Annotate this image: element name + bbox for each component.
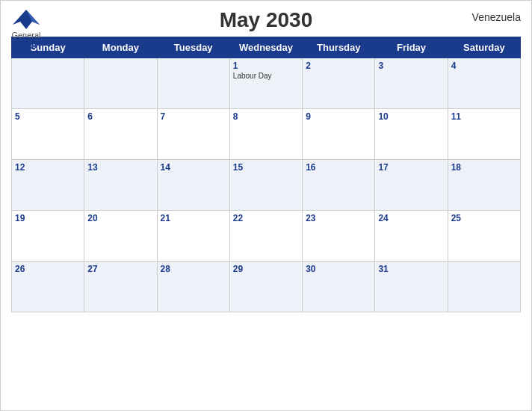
calendar-cell: [157, 58, 229, 109]
calendar-cell: 16: [303, 160, 375, 211]
day-number: 11: [451, 111, 517, 122]
calendar-cell: 30: [303, 262, 375, 312]
calendar-cell: 20: [84, 211, 157, 262]
day-number: 9: [306, 111, 371, 122]
day-number: 30: [306, 264, 371, 274]
day-number: 22: [233, 213, 299, 223]
calendar-cell: 13: [84, 160, 157, 211]
calendar-cell: 2: [303, 58, 375, 109]
week-row-3: 12131415161718: [12, 160, 521, 211]
calendar-title: May 2030: [11, 8, 521, 32]
calendar-cell: 6: [84, 109, 157, 160]
day-number: 24: [378, 213, 444, 223]
calendar-grid: Sunday Monday Tuesday Wednesday Thursday…: [11, 37, 521, 312]
day-number: 8: [233, 111, 299, 122]
day-number: 5: [15, 111, 81, 122]
day-number: 27: [87, 264, 153, 274]
day-number: 17: [378, 162, 444, 173]
calendar-cell: 28: [157, 262, 229, 312]
day-number: 13: [87, 162, 153, 173]
calendar-cell: 24: [375, 211, 448, 262]
calendar-cell: 8: [229, 109, 302, 160]
country-label: Venezuela: [472, 11, 521, 23]
calendar-cell: 7: [157, 109, 229, 160]
calendar-cell: 18: [448, 160, 520, 211]
week-row-4: 19202122232425: [12, 211, 521, 262]
day-number: 31: [378, 264, 444, 274]
calendar-cell: 5: [12, 109, 84, 160]
calendar-cell: 31: [375, 262, 448, 312]
day-number: 23: [306, 213, 371, 223]
col-wednesday: Wednesday: [229, 37, 302, 58]
calendar-cell: 9: [303, 109, 375, 160]
calendar-cell: [12, 58, 84, 109]
day-number: 19: [15, 213, 81, 223]
logo-blue: Blue: [16, 40, 37, 51]
calendar-cell: [448, 262, 520, 312]
calendar-cell: 25: [448, 211, 520, 262]
calendar-cell: 15: [229, 160, 302, 211]
col-saturday: Saturday: [448, 37, 520, 58]
calendar-container: General Blue May 2030 Venezuela Sunday M…: [0, 0, 532, 411]
calendar-cell: 4: [448, 58, 520, 109]
day-number: 28: [161, 264, 226, 274]
day-number: 26: [15, 264, 81, 274]
day-number: 15: [233, 162, 299, 173]
day-number: 29: [233, 264, 299, 274]
calendar-cell: [84, 58, 157, 109]
day-number: 25: [451, 213, 517, 223]
calendar-cell: 21: [157, 211, 229, 262]
calendar-cell: 3: [375, 58, 448, 109]
weekday-header-row: Sunday Monday Tuesday Wednesday Thursday…: [12, 37, 521, 58]
day-number: 1: [233, 61, 299, 71]
calendar-cell: 1Labour Day: [229, 58, 302, 109]
calendar-cell: 27: [84, 262, 157, 312]
calendar-cell: 10: [375, 109, 448, 160]
day-number: 6: [87, 111, 153, 122]
calendar-cell: 17: [375, 160, 448, 211]
week-row-1: 1Labour Day234: [12, 58, 521, 109]
day-number: 10: [378, 111, 444, 122]
week-row-5: 262728293031: [12, 262, 521, 312]
calendar-cell: 22: [229, 211, 302, 262]
calendar-cell: 19: [12, 211, 84, 262]
calendar-cell: 26: [12, 262, 84, 312]
calendar-header: General Blue May 2030 Venezuela: [11, 8, 521, 32]
col-tuesday: Tuesday: [157, 37, 229, 58]
logo-area: General Blue: [11, 8, 41, 51]
page-title: May 2030: [11, 8, 521, 32]
day-number: 21: [161, 213, 226, 223]
day-number: 12: [15, 162, 81, 173]
calendar-cell: 23: [303, 211, 375, 262]
svg-marker-0: [13, 10, 40, 29]
calendar-cell: 29: [229, 262, 302, 312]
week-row-2: 567891011: [12, 109, 521, 160]
day-number: 7: [161, 111, 226, 122]
calendar-cell: 12: [12, 160, 84, 211]
day-number: 4: [451, 61, 517, 71]
col-thursday: Thursday: [303, 37, 375, 58]
calendar-cell: 14: [157, 160, 229, 211]
calendar-cell: 11: [448, 109, 520, 160]
col-friday: Friday: [375, 37, 448, 58]
day-number: 18: [451, 162, 517, 173]
day-number: 2: [306, 61, 371, 71]
day-number: 14: [161, 162, 226, 173]
day-number: 16: [306, 162, 371, 173]
logo-general: General: [11, 31, 40, 40]
holiday-label: Labour Day: [233, 72, 299, 80]
day-number: 20: [87, 213, 153, 223]
col-monday: Monday: [84, 37, 157, 58]
logo-icon: [11, 8, 41, 31]
day-number: 3: [378, 61, 444, 71]
